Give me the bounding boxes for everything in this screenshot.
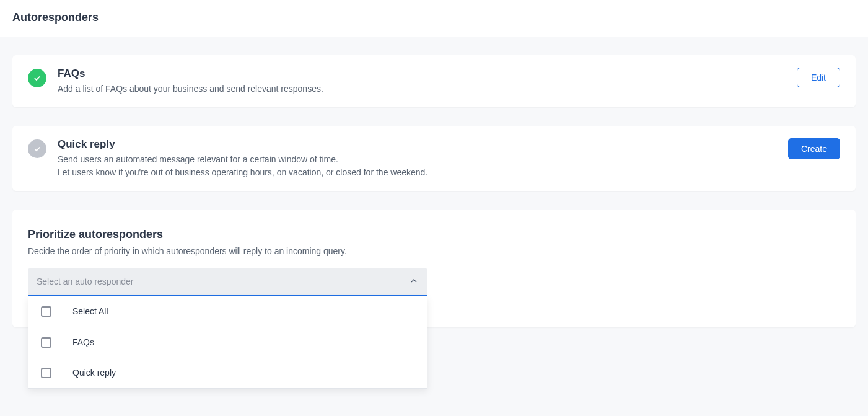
faqs-card-body: FAQs Add a list of FAQs about your busin… (58, 68, 786, 95)
quick-reply-desc-line2: Let users know if you're out of business… (58, 167, 427, 177)
status-complete-icon (28, 69, 46, 87)
edit-button[interactable]: Edit (797, 68, 840, 87)
option-label: Quick reply (72, 368, 116, 378)
page-title: Autoresponders (12, 11, 856, 24)
checkbox-select-all[interactable] (41, 306, 51, 317)
quick-reply-desc: Send users an automated message relevant… (58, 153, 777, 179)
chevron-up-icon (409, 276, 419, 288)
select-placeholder: Select an auto responder (37, 277, 133, 286)
select-autoresponder[interactable]: Select an auto responder (28, 268, 427, 296)
option-quick-reply[interactable]: Quick reply (28, 358, 427, 388)
option-label: FAQs (72, 337, 94, 347)
checkbox-faqs[interactable] (41, 337, 51, 348)
quick-reply-desc-line1: Send users an automated message relevant… (58, 154, 338, 164)
status-incomplete-icon (28, 139, 46, 158)
checkbox-quick-reply[interactable] (41, 368, 51, 378)
prioritize-title: Prioritize autoresponders (28, 228, 840, 241)
select-autoresponder-wrap: Select an auto responder Select All FAQs… (28, 268, 427, 296)
faqs-title: FAQs (58, 68, 786, 80)
quick-reply-card-body: Quick reply Send users an automated mess… (58, 138, 777, 179)
option-select-all[interactable]: Select All (28, 296, 427, 327)
quick-reply-title: Quick reply (58, 138, 777, 151)
content-area: FAQs Add a list of FAQs about your busin… (0, 37, 868, 416)
page-header: Autoresponders (0, 0, 868, 37)
quick-reply-card: Quick reply Send users an automated mess… (12, 126, 856, 191)
faqs-card: FAQs Add a list of FAQs about your busin… (12, 55, 856, 107)
option-faqs[interactable]: FAQs (28, 327, 427, 358)
option-label: Select All (72, 306, 108, 316)
prioritize-desc: Decide the order of priority in which au… (28, 246, 840, 256)
prioritize-card: Prioritize autoresponders Decide the ord… (12, 210, 856, 327)
faqs-desc: Add a list of FAQs about your business a… (58, 82, 786, 95)
create-button[interactable]: Create (788, 138, 840, 159)
autoresponder-dropdown: Select All FAQs Quick reply (28, 296, 427, 389)
